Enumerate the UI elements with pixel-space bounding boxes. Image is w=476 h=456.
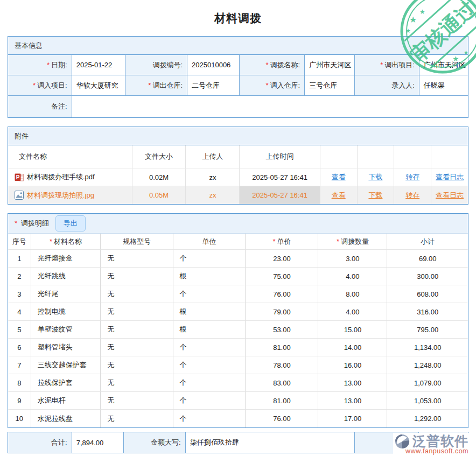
col-file-name: 文件名称 (8, 145, 132, 169)
file-size: 0.05M (132, 186, 186, 204)
remark-value (72, 96, 468, 117)
save-as-link[interactable]: 转存 (405, 172, 419, 182)
transfer-name-label: * 调拨名称: (240, 55, 305, 75)
brand-url: www.fanpusoft.com (405, 447, 468, 455)
col-unit-price: * 单价 (246, 234, 318, 250)
detail-panel: * 调拨明细 导出 序号 * 材料名称 规格型号 单位 * 单价 * 调拨数量 … (8, 213, 468, 428)
col-subtotal: 小计 (387, 234, 468, 250)
uploader: zx (186, 169, 240, 186)
view-link[interactable]: 查看 (332, 172, 346, 182)
view-log-link[interactable]: 查看日志 (436, 191, 464, 200)
page-title: 材料调拨 (0, 0, 476, 26)
attachment-row[interactable]: 材料调拨现场拍照.jpg 0.05M zx 2025-05-27 16:41 查… (8, 186, 468, 204)
in-warehouse-value: 三号仓库 (305, 75, 355, 96)
out-project-label: * 调出项目: (355, 55, 419, 75)
save-as-link[interactable]: 转存 (405, 191, 419, 200)
uploader: zx (186, 186, 240, 204)
basic-info-row: * 日期: 2025-01-22 调拨编号: 2025010006 * 调拨名称… (8, 55, 468, 75)
detail-header-row: 序号 * 材料名称 规格型号 单位 * 单价 * 调拨数量 小计 (8, 234, 468, 250)
out-project-value: 广州市天河区 (419, 55, 468, 75)
date-label: * 日期: (8, 55, 72, 75)
brand-name: 泛普软件 (412, 434, 468, 448)
col-action (320, 145, 358, 169)
transfer-no-value: 2025010006 (187, 55, 240, 75)
svg-text:P: P (16, 174, 20, 180)
view-log-link[interactable]: 查看日志 (436, 172, 464, 182)
date-value: 2025-01-22 (72, 55, 125, 75)
detail-row: 6 塑料管堵头 无 个 81.00 14.00 1,134.00 (8, 339, 468, 356)
col-unit: 单位 (173, 234, 246, 250)
remark-row: 备注: (8, 96, 468, 117)
attachments-panel: 附件 文件名称 文件大小 上传人 上传时间 P 材料调拨办理手续.pdf (8, 127, 468, 205)
detail-row: 5 单壁波纹管 无 根 53.00 15.00 795.00 (8, 321, 468, 339)
out-warehouse-label: * 调出仓库: (125, 75, 187, 96)
transfer-name-value: 广州市天河区 (305, 55, 355, 75)
col-seq: 序号 (8, 234, 31, 250)
remark-label: 备注: (8, 96, 72, 117)
col-spec-model: 规格型号 (101, 234, 173, 250)
detail-row: 1 光纤熔接盒 无 个 23.00 3.00 69.00 (8, 250, 468, 268)
download-link[interactable]: 下载 (368, 172, 382, 182)
brand-swirl-icon (394, 433, 411, 449)
col-transfer-qty: * 调拨数量 (318, 234, 387, 250)
detail-row: 3 光纤尾 无 个 76.00 8.00 608.00 (8, 285, 468, 303)
basic-info-section-title: 基本信息 (8, 37, 468, 55)
detail-row: 4 控制电缆 无 根 79.00 4.00 316.00 (8, 303, 468, 321)
pdf-file-icon: P (15, 173, 24, 182)
col-action (358, 145, 395, 169)
col-action (394, 145, 431, 169)
file-size: 0.02M (132, 169, 186, 186)
view-link[interactable]: 查看 (332, 191, 346, 200)
amount-words-value: 柒仟捌佰玖拾肆 (186, 432, 355, 453)
svg-text:★: ★ (405, 27, 411, 34)
total-label: 合计: (8, 432, 72, 453)
in-project-value: 华软大厦研究 (72, 75, 125, 96)
detail-section-title: * 调拨明细 (15, 219, 49, 228)
col-material-name: * 材料名称 (31, 234, 101, 250)
col-file-size: 文件大小 (132, 145, 186, 169)
total-value: 7,894.00 (72, 432, 124, 453)
entered-by-label: 录入人: (355, 75, 419, 96)
attachments-header-row: 文件名称 文件大小 上传人 上传时间 (8, 145, 468, 169)
upload-time: 2025-05-27 16:41 (240, 169, 320, 186)
basic-info-row: * 调入项目: 华软大厦研究 * 调出仓库: 二号仓库 * 调入仓库: 三号仓库… (8, 75, 468, 96)
image-file-icon (15, 191, 24, 200)
amount-words-label: 金额大写: (124, 432, 185, 453)
transfer-no-label: 调拨编号: (125, 55, 187, 75)
out-warehouse-value: 二号仓库 (187, 75, 240, 96)
file-name: 材料调拨办理手续.pdf (27, 172, 95, 182)
in-project-label: * 调入项目: (8, 75, 72, 96)
detail-row: 9 水泥电杆 无 个 81.00 13.00 1,053.00 (8, 392, 468, 410)
attachment-row[interactable]: P 材料调拨办理手续.pdf 0.02M zx 2025-05-27 16:41… (8, 169, 468, 186)
in-warehouse-label: * 调入仓库: (240, 75, 305, 96)
attachments-section-title: 附件 (8, 127, 468, 145)
file-name: 材料调拨现场拍照.jpg (27, 191, 94, 200)
detail-row: 8 拉线保护套 无 个 83.00 13.00 1,079.00 (8, 374, 468, 392)
basic-info-panel: 基本信息 * 日期: 2025-01-22 调拨编号: 2025010006 *… (8, 36, 468, 118)
col-upload-time: 上传时间 (240, 145, 320, 169)
detail-row: 2 光纤跳线 无 根 75.00 4.00 300.00 (8, 268, 468, 285)
download-link[interactable]: 下载 (368, 191, 382, 200)
export-button[interactable]: 导出 (55, 215, 86, 231)
brand-logo: 泛普软件 www.fanpusoft.com (393, 433, 470, 455)
entered-by-value: 任晓渠 (419, 75, 468, 96)
upload-time: 2025-05-27 16:41 (240, 186, 320, 204)
detail-row: 7 三线交越保护套 无 个 78.00 16.00 1,248.00 (8, 356, 468, 374)
col-action (431, 145, 468, 169)
col-uploader: 上传人 (186, 145, 240, 169)
detail-row: 10 水泥拉线盘 无 个 76.00 17.00 1,292.00 (8, 410, 468, 427)
